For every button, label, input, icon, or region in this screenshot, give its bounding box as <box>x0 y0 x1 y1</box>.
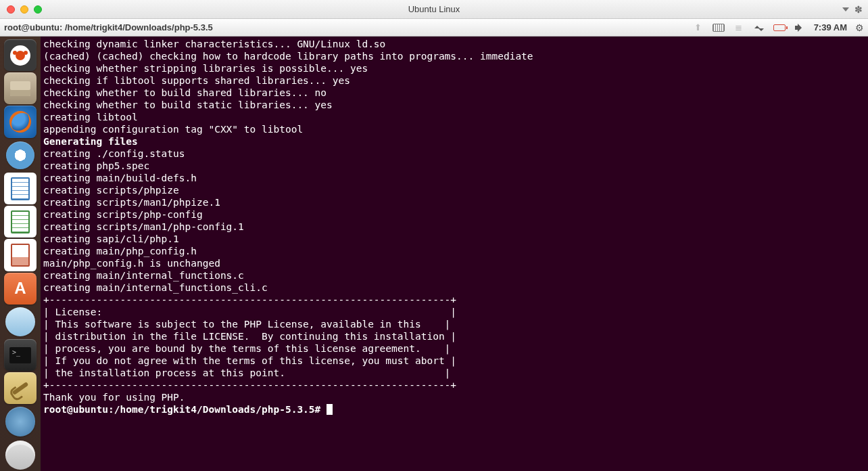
sound-icon[interactable] <box>794 22 806 33</box>
clock[interactable]: 7:39 AM <box>814 22 847 32</box>
terminal-line: checking whether to build static librari… <box>43 99 865 111</box>
network-icon[interactable] <box>753 22 765 33</box>
software-glyph: A <box>14 279 26 298</box>
panel-indicators: ⬆ ≣ 7:39 AM ⚙ <box>692 22 864 33</box>
close-icon[interactable] <box>7 5 15 14</box>
terminal-line: +---------------------------------------… <box>43 294 865 306</box>
launcher-item-settings[interactable] <box>4 372 37 404</box>
terminal-line: creating main/internal_functions_cli.c <box>43 282 865 294</box>
terminal-line: creating main/php_config.h <box>43 245 865 257</box>
window-title: Ubuntu Linux <box>408 4 460 14</box>
terminal-line: | distribution in the file LICENSE. By c… <box>43 330 865 342</box>
launcher: A >_ <box>0 37 41 471</box>
launcher-item-calc[interactable] <box>4 206 37 238</box>
workspace: A >_ checking dynamic linker characteris… <box>0 37 868 471</box>
launcher-item-writer[interactable] <box>4 173 37 204</box>
launcher-item-files[interactable] <box>4 72 37 104</box>
gear-icon[interactable]: ✽ <box>854 4 863 15</box>
launcher-item-dash[interactable] <box>4 39 37 71</box>
terminal-line: | This software is subject to the PHP Li… <box>43 318 865 330</box>
upload-icon[interactable]: ⬆ <box>692 22 704 33</box>
launcher-item-chromium[interactable] <box>6 141 34 169</box>
minimize-icon[interactable] <box>20 5 28 14</box>
terminal-line: checking whether stripping libraries is … <box>43 62 865 74</box>
battery-icon[interactable] <box>773 22 786 33</box>
terminal-line: creating sapi/cli/php.1 <box>43 233 865 245</box>
terminal[interactable]: checking dynamic linker characteristics.… <box>41 37 868 471</box>
terminal-line: creating libtool <box>43 111 865 123</box>
terminal-line: creating php5.spec <box>43 160 865 172</box>
terminal-line: creating scripts/man1/phpize.1 <box>43 196 865 208</box>
terminal-heading: Generating files <box>43 135 865 148</box>
launcher-item-updates[interactable] <box>5 307 35 336</box>
terminal-line: | the installation process at this point… <box>43 367 865 379</box>
terminal-line: | License: | <box>43 306 865 318</box>
terminal-line: creating scripts/man1/php-config.1 <box>43 221 865 233</box>
terminal-line: Thank you for using PHP. <box>43 391 865 403</box>
zoom-icon[interactable] <box>34 5 42 14</box>
cursor <box>327 404 333 415</box>
launcher-item-disks[interactable] <box>5 441 35 470</box>
terminal-line: creating scripts/phpize <box>43 184 865 196</box>
terminal-line: creating scripts/php-config <box>43 208 865 221</box>
session-icon[interactable]: ⚙ <box>855 22 864 33</box>
launcher-item-software-center[interactable]: A <box>4 273 37 305</box>
terminal-glyph: >_ <box>9 347 31 363</box>
traffic-lights <box>0 5 42 14</box>
top-panel: root@ubuntu: /home/trigkit4/Downloads/ph… <box>0 19 868 37</box>
terminal-line: checking dynamic linker characteristics.… <box>43 38 865 50</box>
terminal-line: checking if libtool supports shared libr… <box>43 74 865 87</box>
dropdown-icon[interactable] <box>842 7 849 12</box>
panel-title: root@ubuntu: /home/trigkit4/Downloads/ph… <box>4 22 213 32</box>
launcher-item-firefox[interactable] <box>4 106 37 137</box>
launcher-item-terminal[interactable]: >_ <box>4 339 37 371</box>
terminal-line: | process, you are bound by the terms of… <box>43 342 865 355</box>
launcher-item-about[interactable] <box>5 407 35 436</box>
terminal-line: +---------------------------------------… <box>43 379 865 391</box>
terminal-line: main/php_config.h is unchanged <box>43 257 865 269</box>
terminal-line: appending configuration tag "CXX" to lib… <box>43 123 865 135</box>
terminal-line: (cached) (cached) checking how to hardco… <box>43 50 865 62</box>
keyboard-icon[interactable] <box>713 22 725 33</box>
terminal-line: creating ./config.status <box>43 148 865 160</box>
terminal-prompt[interactable]: root@ubuntu:/home/trigkit4/Downloads/php… <box>43 403 865 416</box>
terminal-line: checking whether to build shared librari… <box>43 87 865 99</box>
terminal-line: | If you do not agree with the terms of … <box>43 355 865 367</box>
launcher-item-impress[interactable] <box>4 239 37 271</box>
terminal-line: creating main/build-defs.h <box>43 172 865 184</box>
mac-titlebar: Ubuntu Linux ✽ <box>0 0 868 19</box>
wifi-icon[interactable]: ≣ <box>733 22 745 33</box>
terminal-line: creating main/internal_functions.c <box>43 269 865 282</box>
